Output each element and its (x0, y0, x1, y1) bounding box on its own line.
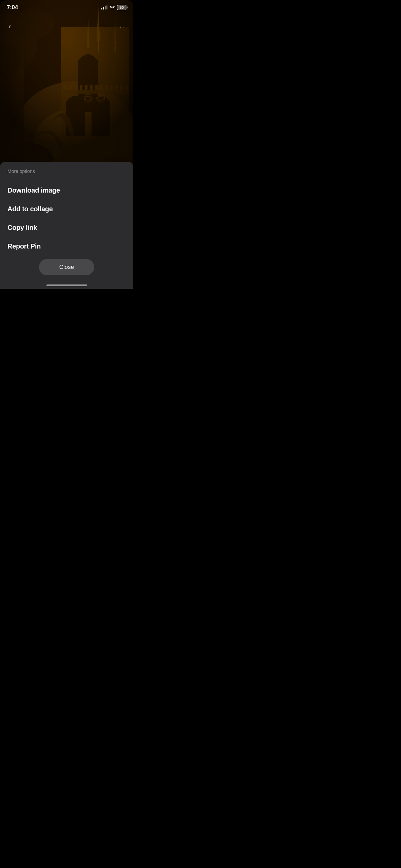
signal-icon (101, 5, 107, 9)
sheet-divider (0, 178, 133, 178)
status-bar: 7:04 50 (0, 0, 133, 15)
add-to-collage-button[interactable]: Add to collage (0, 200, 133, 218)
close-btn-container: Close (0, 259, 133, 275)
nav-bar: ‹ ··· (0, 17, 133, 36)
back-button[interactable]: ‹ (7, 20, 13, 33)
status-time: 7:04 (7, 4, 18, 11)
wifi-icon (109, 5, 115, 10)
home-indicator (46, 284, 87, 286)
report-pin-label: Report Pin (7, 242, 41, 250)
more-icon: ··· (117, 23, 125, 30)
download-image-button[interactable]: Download image (0, 181, 133, 200)
more-button[interactable]: ··· (115, 20, 126, 33)
status-icons: 50 (101, 5, 126, 10)
close-button[interactable]: Close (39, 259, 94, 275)
bottom-sheet: More options Download image Add to colla… (0, 162, 133, 289)
add-to-collage-label: Add to collage (7, 205, 53, 213)
download-image-label: Download image (7, 186, 60, 194)
sheet-title: More options (0, 169, 133, 178)
battery-icon: 50 (117, 5, 126, 10)
back-icon: ‹ (8, 22, 11, 31)
report-pin-button[interactable]: Report Pin (0, 237, 133, 256)
copy-link-label: Copy link (7, 224, 37, 232)
copy-link-button[interactable]: Copy link (0, 218, 133, 237)
